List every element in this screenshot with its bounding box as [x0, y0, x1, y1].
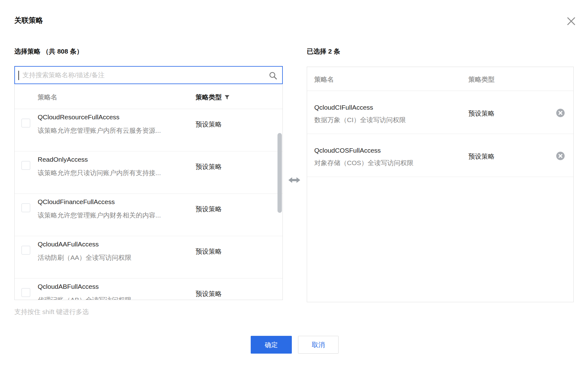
policy-description: 代理记账（AB）全读写访问权限 — [38, 296, 131, 300]
checkbox[interactable] — [21, 288, 30, 297]
table-row[interactable]: QCloudFinanceFullAccess 该策略允许您管理账户内财务相关的… — [15, 194, 282, 236]
policy-source-table: 策略名 策略类型 QCloudResourceFullAccess 该策略允许您… — [14, 84, 283, 300]
multiselect-hint: 支持按住 shift 键进行多选 — [14, 307, 89, 316]
filter-icon[interactable] — [225, 95, 230, 100]
policy-type: 预设策略 — [468, 109, 495, 118]
policy-name: QcloudAAFullAccess — [38, 241, 99, 248]
column-header-type: 策略类型 — [468, 75, 495, 84]
table-row: QcloudCIFullAccess 数据万象（CI）全读写访问权限 预设策略 — [307, 91, 573, 134]
column-header-type: 策略类型 — [196, 93, 230, 102]
policy-description: 该策略允许您只读访问账户内所有支持接... — [38, 169, 161, 177]
table-row[interactable]: ReadOnlyAccess 该策略允许您只读访问账户内所有支持接... 预设策… — [15, 151, 282, 194]
table-header: 策略名 策略类型 — [307, 67, 573, 91]
search-icon[interactable] — [269, 71, 277, 80]
policy-type: 预设策略 — [196, 205, 222, 213]
scrollbar-thumb[interactable] — [277, 133, 282, 213]
selected-count-title: 已选择 2 条 — [307, 47, 340, 56]
policy-name: QcloudCOSFullAccess — [314, 147, 381, 154]
table-row[interactable]: QcloudAAFullAccess 活动防刷（AA）全读写访问权限 预设策略 — [15, 236, 282, 279]
checkbox[interactable] — [21, 119, 30, 127]
page-title: 关联策略 — [14, 16, 43, 25]
search-input[interactable] — [15, 67, 282, 83]
checkbox[interactable] — [21, 246, 30, 255]
confirm-button[interactable]: 确定 — [251, 336, 292, 354]
policy-description: 该策略允许您管理账户内财务相关的内容... — [38, 211, 161, 220]
policy-name: QCloudFinanceFullAccess — [38, 198, 115, 206]
table-row[interactable]: QcloudABFullAccess 代理记账（AB）全读写访问权限 预设策略 — [15, 279, 282, 300]
search-box — [14, 66, 283, 84]
remove-policy-icon[interactable] — [556, 109, 565, 117]
policy-type: 预设策略 — [196, 289, 222, 298]
selected-policy-table: 策略名 策略类型 QcloudCIFullAccess 数据万象（CI）全读写访… — [307, 67, 574, 302]
policy-type: 预设策略 — [196, 120, 222, 129]
cancel-button[interactable]: 取消 — [298, 336, 339, 354]
column-header-type-label: 策略类型 — [196, 93, 222, 102]
checkbox[interactable] — [21, 203, 30, 212]
table-row[interactable]: QCloudResourceFullAccess 该策略允许您管理账户内所有云服… — [15, 109, 282, 151]
remove-policy-icon[interactable] — [556, 152, 565, 160]
text-caret — [18, 71, 19, 80]
policy-description: 数据万象（CI）全读写访问权限 — [314, 116, 406, 124]
close-x-glyph — [567, 17, 576, 26]
policy-name: ReadOnlyAccess — [38, 156, 88, 163]
policy-type: 预设策略 — [468, 152, 495, 161]
column-header-name: 策略名 — [314, 75, 334, 84]
close-icon[interactable] — [566, 16, 576, 26]
circle-x-glyph — [558, 111, 562, 115]
column-header-name: 策略名 — [38, 93, 57, 102]
policy-name: QcloudCIFullAccess — [314, 104, 373, 111]
policy-type: 预设策略 — [196, 162, 222, 171]
table-header: 策略名 策略类型 — [15, 84, 282, 109]
policy-name: QcloudABFullAccess — [38, 283, 99, 290]
circle-x-glyph — [558, 154, 562, 158]
left-panel-title: 选择策略 （共 808 条） — [14, 47, 83, 56]
transfer-arrow-icon — [288, 177, 300, 184]
policy-type: 预设策略 — [196, 247, 222, 256]
policy-description: 对象存储（COS）全读写访问权限 — [314, 159, 414, 167]
policy-description: 该策略允许您管理账户内所有云服务资源... — [38, 126, 161, 135]
checkbox[interactable] — [21, 161, 30, 170]
table-row: QcloudCOSFullAccess 对象存储（COS）全读写访问权限 预设策… — [307, 134, 573, 177]
policy-name: QCloudResourceFullAccess — [38, 113, 120, 121]
policy-description: 活动防刷（AA）全读写访问权限 — [38, 253, 131, 262]
